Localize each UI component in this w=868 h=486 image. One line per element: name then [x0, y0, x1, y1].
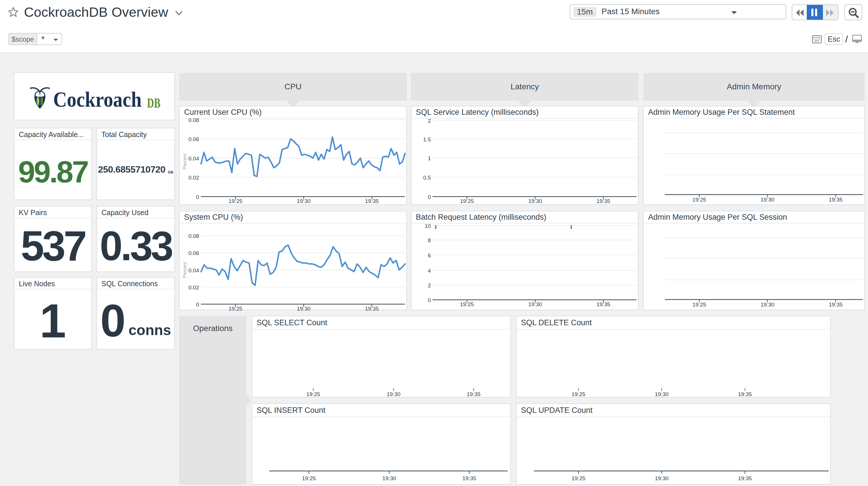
svg-text:0: 0 — [196, 194, 199, 200]
svg-text:8: 8 — [428, 237, 431, 244]
svg-text:19:25: 19:25 — [460, 301, 474, 307]
svg-text:Percent: Percent — [182, 262, 187, 278]
svg-text:19:30: 19:30 — [528, 301, 542, 307]
svg-text:19:25: 19:25 — [571, 391, 585, 397]
svg-text:10: 10 — [425, 223, 431, 229]
svg-text:19:25: 19:25 — [228, 198, 242, 204]
svg-text:2: 2 — [428, 283, 431, 289]
svg-text:19:35: 19:35 — [829, 302, 843, 308]
svg-text:1.5: 1.5 — [423, 137, 431, 143]
svg-text:19:30: 19:30 — [655, 391, 669, 397]
svg-text:19:25: 19:25 — [692, 302, 706, 308]
svg-text:0.02: 0.02 — [188, 285, 199, 291]
svg-text:19:35: 19:35 — [462, 475, 476, 481]
svg-text:0.08: 0.08 — [188, 117, 199, 123]
svg-text:19:30: 19:30 — [761, 302, 774, 308]
svg-text:19:35: 19:35 — [596, 198, 610, 204]
svg-text:1: 1 — [428, 155, 431, 161]
svg-text:0.5: 0.5 — [423, 175, 431, 181]
svg-text:19:30: 19:30 — [655, 475, 669, 481]
svg-text:19:30: 19:30 — [386, 391, 401, 397]
svg-text:2: 2 — [428, 118, 431, 124]
svg-text:19:35: 19:35 — [829, 197, 843, 203]
svg-text:0.06: 0.06 — [188, 250, 199, 256]
svg-text:19:35: 19:35 — [596, 301, 610, 307]
svg-text:0.04: 0.04 — [188, 155, 199, 162]
svg-text:19:30: 19:30 — [761, 197, 774, 203]
svg-text:0.04: 0.04 — [188, 267, 199, 274]
svg-text:19:25: 19:25 — [306, 391, 320, 397]
svg-text:19:30: 19:30 — [382, 475, 396, 481]
svg-text:19:30: 19:30 — [297, 306, 311, 311]
svg-text:19:30: 19:30 — [297, 198, 311, 204]
svg-text:6: 6 — [428, 252, 431, 258]
svg-text:0: 0 — [428, 297, 431, 303]
svg-text:19:25: 19:25 — [228, 306, 242, 311]
svg-text:19:25: 19:25 — [302, 475, 316, 481]
svg-text:0: 0 — [196, 302, 199, 308]
svg-text:Percent: Percent — [182, 153, 187, 170]
svg-text:19:30: 19:30 — [528, 198, 542, 204]
svg-text:19:25: 19:25 — [571, 475, 585, 481]
svg-text:0.08: 0.08 — [188, 233, 199, 239]
svg-text:19:35: 19:35 — [467, 391, 480, 397]
svg-text:19:25: 19:25 — [460, 198, 474, 204]
svg-text:0.06: 0.06 — [188, 136, 199, 142]
svg-text:0.02: 0.02 — [188, 175, 199, 181]
svg-text:19:25: 19:25 — [692, 197, 706, 203]
svg-text:19:35: 19:35 — [365, 198, 379, 204]
svg-text:19:35: 19:35 — [738, 475, 752, 481]
svg-text:19:35: 19:35 — [738, 391, 752, 397]
svg-text:0: 0 — [428, 194, 431, 200]
svg-text:4: 4 — [428, 268, 431, 274]
svg-text:19:35: 19:35 — [365, 306, 379, 311]
